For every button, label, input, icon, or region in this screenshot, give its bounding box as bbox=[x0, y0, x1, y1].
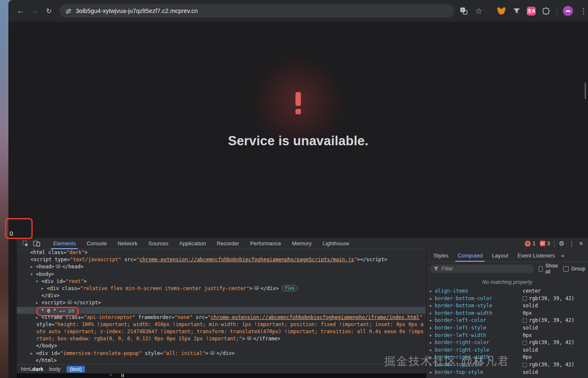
extensions-puzzle-icon[interactable] bbox=[542, 6, 551, 15]
computed-property-row[interactable]: ▶border-top-colorrgb(39, 39, 42) bbox=[426, 361, 588, 369]
computed-property-row[interactable]: ▶border-right-colorrgb(39, 39, 42) bbox=[426, 339, 588, 347]
bookmark-star-icon[interactable]: ☆ bbox=[474, 6, 483, 15]
inspect-element-icon[interactable] bbox=[20, 238, 31, 249]
computed-property-row[interactable]: ▶border-left-colorrgb(39, 39, 42) bbox=[426, 317, 588, 324]
dom-tree-line[interactable]: </html> bbox=[17, 357, 426, 364]
url-text[interactable]: 3oib5gu4-xytwjvua-ju7qzlt5ezf7.c2.mcprev… bbox=[76, 8, 198, 14]
breadcrumb-body[interactable]: body bbox=[49, 366, 61, 372]
issues-count[interactable]: 3 bbox=[547, 241, 550, 247]
console-error-count[interactable]: 1 bbox=[533, 241, 536, 247]
property-expand-arrow-icon[interactable]: ▶ bbox=[430, 324, 435, 332]
computed-property-row[interactable]: ▶border-left-stylesolid bbox=[426, 324, 588, 332]
property-expand-arrow-icon[interactable]: ▶ bbox=[430, 317, 435, 324]
expand-arrow-icon[interactable]: ▶ bbox=[36, 299, 41, 306]
breadcrumb-html[interactable]: html.dark bbox=[21, 366, 44, 372]
forward-button[interactable]: → bbox=[28, 4, 42, 18]
group-checkbox-box[interactable] bbox=[563, 266, 569, 272]
dom-tree-line[interactable]: ▼<body> bbox=[17, 271, 426, 278]
devtools-tab-console[interactable]: Console bbox=[81, 238, 112, 249]
sidebar-tab-computed[interactable]: Computed bbox=[453, 249, 487, 262]
collapsed-content-ellipsis[interactable]: … bbox=[67, 300, 72, 304]
breadcrumb-text[interactable]: (text) bbox=[67, 366, 85, 373]
color-swatch[interactable] bbox=[523, 319, 527, 323]
dom-tree-line[interactable]: uto auto !important; z-index: 2147483647… bbox=[17, 328, 426, 335]
url-bar[interactable]: 3oib5gu4-xytwjvua-ju7qzlt5ezf7.c2.mcprev… bbox=[59, 4, 454, 18]
dom-tree-line[interactable]: ▶<div id="immersive-translate-popup" sty… bbox=[17, 350, 426, 357]
sidebar-more-tabs-icon[interactable]: » bbox=[561, 252, 564, 259]
device-toolbar-icon[interactable] bbox=[31, 238, 42, 249]
dom-tree-line[interactable]: <script type="text/javascript" src="chro… bbox=[17, 256, 426, 263]
profile-avatar[interactable] bbox=[563, 6, 573, 16]
dom-tree-line[interactable]: ▶<head>…</head> bbox=[17, 263, 426, 270]
computed-property-row[interactable]: ▶border-left-width0px bbox=[426, 332, 588, 339]
translate-icon[interactable]: A bbox=[459, 6, 468, 15]
filter-extension-icon[interactable] bbox=[512, 6, 521, 15]
dom-tree-line[interactable]: </body> bbox=[17, 342, 426, 350]
property-expand-arrow-icon[interactable]: ▶ bbox=[430, 354, 435, 361]
dom-tree-line[interactable]: style="height: 100% !important; width: 4… bbox=[17, 321, 426, 328]
property-expand-arrow-icon[interactable]: ▶ bbox=[430, 347, 435, 354]
property-expand-arrow-icon[interactable]: ▶ bbox=[430, 339, 435, 347]
site-info-icon[interactable] bbox=[65, 8, 72, 14]
devtools-tab-elements[interactable]: Elements bbox=[48, 238, 81, 249]
expand-arrow-icon[interactable]: ▼ bbox=[36, 278, 41, 285]
devtools-tab-sources[interactable]: Sources bbox=[143, 238, 174, 249]
expand-arrow-icon[interactable]: ▶ bbox=[31, 263, 36, 270]
collapsed-content-ellipsis[interactable]: … bbox=[246, 336, 252, 340]
computed-property-row[interactable]: ▶border-right-width0px bbox=[426, 354, 588, 361]
back-button[interactable]: ← bbox=[13, 4, 28, 18]
collapsed-content-ellipsis[interactable]: … bbox=[210, 351, 215, 355]
dom-tree-line[interactable]: </div> bbox=[17, 292, 426, 299]
collapsed-content-ellipsis[interactable]: … bbox=[254, 286, 259, 290]
sidebar-tab-event-listeners[interactable]: Event Listeners bbox=[513, 249, 560, 262]
property-expand-arrow-icon[interactable]: ▶ bbox=[430, 295, 435, 303]
dom-tree-line[interactable]: rtant; box-shadow: rgba(0, 0, 0, 0.12) 0… bbox=[17, 335, 426, 342]
dom-tree-line-selected[interactable]: ⋯" 0 " == $0 bbox=[17, 307, 426, 314]
computed-property-row[interactable]: ▶border-bottom-stylesolid bbox=[426, 302, 588, 310]
issues-badge-icon[interactable]: ✕ bbox=[540, 241, 545, 246]
collapsed-content-ellipsis[interactable]: … bbox=[55, 264, 61, 268]
computed-property-row[interactable]: ▶align-itemscenter bbox=[426, 288, 588, 295]
property-expand-arrow-icon[interactable]: ▶ bbox=[430, 369, 435, 376]
dom-tree-line[interactable]: <html class="dark"> bbox=[17, 249, 426, 256]
page-scrollbar[interactable] bbox=[585, 82, 586, 99]
dom-tree-line[interactable]: ▼<div id="root"> bbox=[17, 278, 426, 285]
color-swatch[interactable] bbox=[523, 363, 527, 367]
show-all-checkbox[interactable]: Show all bbox=[539, 263, 559, 275]
property-expand-arrow-icon[interactable]: ▶ bbox=[430, 288, 435, 295]
expand-arrow-icon[interactable]: ▶ bbox=[41, 285, 47, 292]
reload-button[interactable]: ↻ bbox=[42, 4, 56, 18]
expand-arrow-icon[interactable]: ▼ bbox=[31, 271, 36, 278]
computed-property-row[interactable]: ▶border-right-stylesolid bbox=[426, 347, 588, 354]
metamask-extension-icon[interactable] bbox=[497, 6, 506, 15]
computed-property-row[interactable]: ▶border-bottom-colorrgb(39, 39, 42) bbox=[426, 295, 588, 303]
computed-property-row[interactable]: ▶border-bottom-width0px bbox=[426, 310, 588, 317]
expand-arrow-icon[interactable]: ▶ bbox=[31, 350, 36, 357]
devtools-tab-network[interactable]: Network bbox=[112, 238, 143, 249]
show-all-checkbox-box[interactable] bbox=[539, 266, 543, 272]
sidebar-tab-layout[interactable]: Layout bbox=[487, 249, 513, 262]
devtools-tab-recorder[interactable]: Recorder bbox=[211, 238, 244, 249]
devtools-tab-lighthouse[interactable]: Lighthouse bbox=[317, 238, 355, 249]
group-checkbox[interactable]: Group bbox=[563, 266, 585, 272]
devtools-tab-memory[interactable]: Memory bbox=[287, 238, 317, 249]
property-expand-arrow-icon[interactable]: ▶ bbox=[430, 302, 435, 310]
devtools-menu-kebab-icon[interactable]: ⋮ bbox=[569, 240, 575, 247]
browser-menu-kebab-icon[interactable]: ⋮ bbox=[579, 6, 588, 15]
dom-tree-line[interactable]: ▶<iframe class="api-interceptor" framebo… bbox=[17, 314, 426, 321]
dom-tree-line[interactable]: ▶<script>…</script> bbox=[17, 299, 426, 306]
devtools-close-icon[interactable]: × bbox=[579, 240, 583, 247]
property-expand-arrow-icon[interactable]: ▶ bbox=[430, 361, 435, 369]
computed-property-row[interactable]: ▶border-top-stylesolid bbox=[426, 369, 588, 376]
devtools-settings-gear-icon[interactable]: ⚙ bbox=[559, 240, 564, 247]
translate-extension-icon[interactable]: 文A bbox=[527, 7, 536, 15]
filter-input[interactable]: Filter bbox=[430, 265, 534, 273]
console-error-badge-icon[interactable]: ✕ bbox=[525, 241, 531, 247]
property-expand-arrow-icon[interactable]: ▶ bbox=[430, 310, 435, 317]
dom-tree-line[interactable]: ▶<div class="relative flex min-h-screen … bbox=[17, 285, 426, 292]
devtools-tab-performance[interactable]: Performance bbox=[244, 238, 286, 249]
property-expand-arrow-icon[interactable]: ▶ bbox=[430, 332, 435, 339]
color-swatch[interactable] bbox=[523, 296, 527, 301]
color-swatch[interactable] bbox=[523, 341, 527, 345]
devtools-tab-application[interactable]: Application bbox=[174, 238, 211, 249]
